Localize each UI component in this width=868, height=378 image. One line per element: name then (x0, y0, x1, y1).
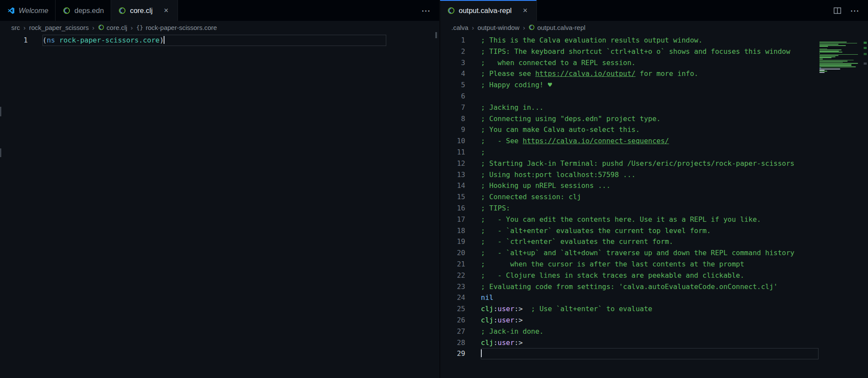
minimap-line (819, 44, 838, 45)
breadcrumb-label: src (11, 24, 20, 31)
code-token: ; (481, 148, 485, 156)
line-number: 13 (440, 169, 465, 181)
code-line[interactable]: 4; Please see https://calva.io/output/ f… (440, 68, 819, 79)
code-line[interactable]: 11; (440, 147, 819, 158)
close-icon[interactable]: × (162, 6, 171, 15)
code-line[interactable]: 9; You can make Calva auto-select this. (440, 124, 819, 135)
code-line[interactable]: 28clj:user:> (440, 337, 819, 348)
code-token: ; when connected to a REPL session. (481, 59, 635, 67)
code-line[interactable]: 26clj:user:> (440, 315, 819, 326)
code-token: ; - `alt+enter` evaluates the current to… (481, 227, 711, 235)
vscode-logo-icon (7, 7, 15, 14)
code-token: ns (47, 36, 55, 44)
breadcrumb-item-output-file[interactable]: output.calva-repl (529, 24, 585, 31)
minimap-line (819, 51, 839, 52)
text-cursor (481, 349, 482, 357)
line-number: 1 (0, 35, 28, 46)
code-line[interactable]: 16; TIPS: (440, 203, 819, 214)
code-line[interactable]: 10; - See https://calva.io/connect-seque… (440, 135, 819, 147)
code-line[interactable]: 8; Connecting using "deps.edn" project t… (440, 113, 819, 125)
code-text: ; - `ctrl+enter` evaluates the current f… (481, 236, 819, 247)
code-line[interactable]: 13; Using host:port localhost:57598 ... (440, 169, 819, 181)
minimap-line (819, 49, 842, 50)
tab-core-clj[interactable]: core.clj × (111, 0, 178, 21)
code-line[interactable]: 22; - Clojure lines in stack traces are … (440, 270, 819, 281)
code-token: user (498, 339, 515, 347)
code-token: ; Hooking up nREPL sessions ... (481, 181, 611, 190)
code-token: ; when the cursor is after the last cont… (481, 260, 744, 268)
code-line[interactable]: 12; Starting Jack-in Terminal: pushd /Us… (440, 158, 819, 169)
breadcrumb-item-folder[interactable]: rock_paper_scissors (29, 24, 89, 31)
code-line[interactable]: 27; Jack-in done. (440, 326, 819, 337)
line-number: 4 (440, 68, 465, 79)
tab-label: Welcome (19, 7, 48, 15)
more-actions-icon[interactable]: ⋯ (850, 6, 860, 15)
code-line[interactable]: 6 (440, 91, 819, 102)
code-text: ; Please see https://calva.io/output/ fo… (481, 68, 819, 79)
code-text: ; TIPS: (481, 203, 819, 214)
code-token: ; - You can edit the contents here. Use … (481, 215, 761, 224)
link[interactable]: https://calva.io/output/ (535, 69, 635, 78)
split-editor-icon[interactable] (833, 7, 842, 15)
minimap-line (819, 42, 847, 43)
breadcrumb-item-file[interactable]: core.clj (98, 24, 128, 31)
editor-output-calva-repl[interactable]: 1; This is the Calva evaluation results … (440, 34, 819, 378)
code-line[interactable]: 3; when connected to a REPL session. (440, 57, 819, 69)
code-text: ; Happy coding! ♥ (481, 79, 819, 91)
code-line[interactable]: 5; Happy coding! ♥ (440, 79, 819, 91)
line-number: 25 (440, 303, 465, 315)
code-line[interactable]: 18; - `alt+enter` evaluates the current … (440, 225, 819, 237)
code-line[interactable]: 1(ns rock-paper-scissors.core) (0, 35, 439, 46)
code-token: ( (43, 36, 47, 44)
minimap[interactable] (819, 34, 862, 378)
code-text: ; Hooking up nREPL sessions ... (481, 180, 819, 191)
code-line[interactable]: 17; - You can edit the contents here. Us… (440, 214, 819, 225)
tab-label: output.calva-repl (459, 7, 512, 15)
link[interactable]: https://calva.io/connect-sequences/ (523, 137, 669, 145)
breadcrumb-item-calva[interactable]: .calva (451, 24, 468, 31)
code-line[interactable]: 29 (440, 348, 819, 359)
code-line[interactable]: 25clj:user:> ; Use `alt+enter` to evalua… (440, 303, 819, 315)
line-number: 2 (440, 46, 465, 57)
tab-welcome[interactable]: Welcome (0, 0, 56, 21)
code-line[interactable]: 2; TIPS: The keyboard shortcut `ctrl+alt… (440, 46, 819, 57)
code-line[interactable]: 1; This is the Calva evaluation results … (440, 35, 819, 46)
edge-mark (0, 107, 1, 116)
breadcrumb-label: .calva (451, 24, 468, 31)
code-line[interactable]: 21; when the cursor is after the last co… (440, 259, 819, 270)
close-icon[interactable]: × (521, 6, 529, 15)
code-text: ; Jack-in done. (481, 326, 819, 337)
minimap-line (819, 46, 828, 47)
code-token: ; Jack-in done. (481, 327, 544, 335)
code-text: ; - `alt+up` and `alt+down` traverse up … (481, 247, 819, 259)
tab-output-calva-repl[interactable]: output.calva-repl × (440, 0, 537, 21)
line-number: 28 (440, 337, 465, 348)
code-text: ; Starting Jack-in Terminal: pushd /User… (481, 158, 819, 169)
breadcrumb-item-src[interactable]: src (11, 24, 20, 31)
code-token: ; Please see (481, 69, 535, 78)
code-text: ; - See https://calva.io/connect-sequenc… (481, 135, 819, 147)
line-number: 10 (440, 135, 465, 147)
minimap-line (819, 70, 825, 71)
editor-core-clj[interactable]: 1(ns rock-paper-scissors.core) (0, 34, 439, 378)
code-line[interactable]: 7; Jacking in... (440, 102, 819, 113)
code-text: ; - You can edit the contents here. Use … (481, 214, 819, 225)
breadcrumb-label: core.clj (107, 24, 128, 31)
minimap-line (819, 71, 827, 72)
code-token: clj (481, 339, 493, 347)
breadcrumb-item-namespace[interactable]: {} rock-paper-scissors.core (136, 24, 217, 31)
code-line[interactable]: 19; - `ctrl+enter` evaluates the current… (440, 236, 819, 247)
minimap-line (819, 53, 820, 54)
line-number: 11 (440, 147, 465, 158)
code-text (481, 91, 819, 102)
more-actions-icon[interactable]: ⋯ (421, 6, 431, 15)
code-text: ; - Clojure lines in stack traces are pe… (481, 270, 819, 281)
code-line[interactable]: 20; - `alt+up` and `alt+down` traverse u… (440, 247, 819, 259)
code-line[interactable]: 23; Evaluating code from settings: 'calv… (440, 281, 819, 293)
breadcrumb-item-output-window[interactable]: output-window (477, 24, 519, 31)
tab-deps-edn[interactable]: deps.edn (56, 0, 111, 21)
code-line[interactable]: 15; Connected session: clj (440, 191, 819, 203)
code-line[interactable]: 14; Hooking up nREPL sessions ... (440, 180, 819, 191)
line-number: 15 (440, 191, 465, 203)
code-line[interactable]: 24nil (440, 292, 819, 303)
